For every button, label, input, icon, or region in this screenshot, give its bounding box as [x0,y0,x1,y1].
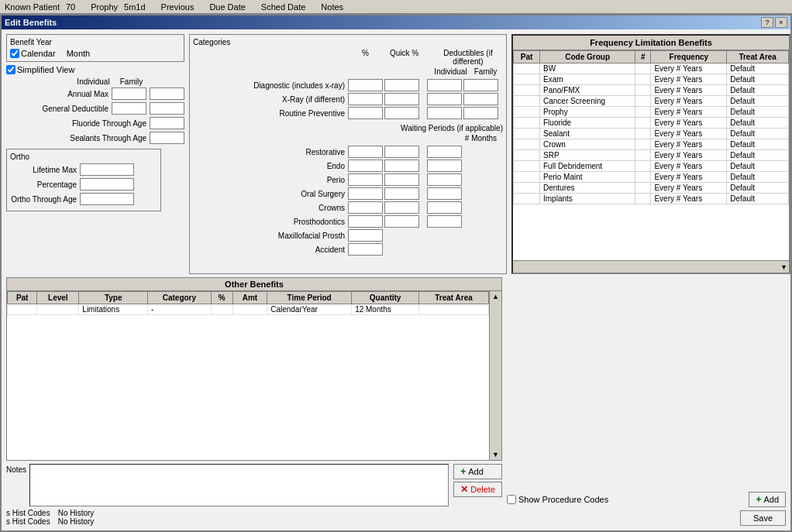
percentage-label: Percentage [10,180,80,189]
diagnostic-fam-ded[interactable] [463,79,498,91]
accident-pct[interactable] [348,243,383,256]
save-button[interactable]: Save [740,510,786,526]
prosthodontics-pct[interactable] [348,215,383,228]
oral-surgery-months[interactable] [427,187,462,200]
oral-surgery-quick-pct[interactable] [384,187,419,200]
routine-preventive-label: Routine Preventive [193,109,348,118]
close-button[interactable]: × [775,17,787,28]
maxillofacial-pct[interactable] [348,229,383,242]
freq-row-frequency: Every # Years [651,139,727,150]
lifetime-max-input[interactable] [80,163,134,176]
notes-textarea[interactable] [29,464,449,506]
table-row[interactable]: Cancer Screening Every # Years Default [514,96,789,107]
table-row[interactable]: Limitations - CalendarYear 12 Months [8,304,489,315]
routine-prev-quick-pct[interactable] [384,107,419,119]
general-deductible-individual[interactable] [112,102,146,115]
table-row[interactable]: SRP Every # Years Default [514,150,789,161]
annual-max-label: Annual Max [6,90,112,98]
endo-months[interactable] [427,160,462,172]
freq-row-treat-area: Default [727,74,789,85]
xray-ind-ded[interactable] [427,93,462,105]
routine-prev-fam-ded[interactable] [463,107,498,119]
annual-max-individual[interactable] [112,88,146,100]
ortho-through-age-input[interactable] [80,193,134,205]
restorative-pct[interactable] [348,146,383,158]
sealants-through-age-input[interactable] [150,132,184,144]
calendar-label: Calendar [21,49,56,58]
table-row[interactable]: Pano/FMX Every # Years Default [514,85,789,96]
diagnostic-quick-pct[interactable] [384,79,419,91]
crowns-months[interactable] [427,201,462,214]
annual-max-family[interactable] [150,88,184,100]
table-row[interactable]: Perio Maint Every # Years Default [514,172,789,183]
family-ded-header: Family [468,67,503,76]
general-deductible-family[interactable] [150,102,184,115]
crowns-label: Crowns [193,204,348,212]
routine-prev-ind-ded[interactable] [427,107,462,119]
perio-quick-pct[interactable] [384,173,419,186]
table-row[interactable]: BW Every # Years Default [514,63,789,74]
table-row[interactable]: Fluoride Every # Years Default [514,118,789,129]
diagnostic-pct[interactable] [348,79,383,91]
prosthodontics-label: Prosthodontics [193,218,348,226]
maxillofacial-label: Maxillofacial Prosth [193,232,348,240]
percentage-input[interactable] [80,178,134,190]
freq-row-pat [514,118,540,129]
freq-row-code-group: BW [540,63,635,74]
ob-col-type: Type [79,292,148,304]
hist-codes-1-label: s Hist Codes [6,509,50,517]
freq-row-pat [514,129,540,139]
freq-row-code-group: Perio Maint [540,172,635,183]
crowns-quick-pct[interactable] [384,201,419,214]
freq-row-treat-area: Default [727,107,789,118]
endo-pct[interactable] [348,160,383,172]
table-row[interactable]: Crown Every # Years Default [514,139,789,150]
xray-fam-ded[interactable] [463,93,498,105]
table-row[interactable]: Full Debridement Every # Years Default [514,161,789,172]
freq-row-pat [514,85,540,96]
perio-label: Perio [193,176,348,184]
table-row[interactable]: Prophy Every # Years Default [514,107,789,118]
help-button[interactable]: ? [761,17,773,28]
oral-surgery-pct[interactable] [348,187,383,200]
previous-label: Previous [161,2,195,12]
freq-row-code-group: Prophy [540,107,635,118]
age-value: 70 [66,2,75,12]
benefit-year-label: Benefit Year [10,38,181,46]
routine-prev-pct[interactable] [348,107,383,119]
show-procedure-codes-checkbox[interactable] [507,495,516,504]
freq-row-code-group: Crown [540,139,635,150]
add-other-benefit-button[interactable]: + Add [453,464,502,479]
calendar-checkbox[interactable] [10,49,19,58]
xray-pct[interactable] [348,93,383,105]
table-row[interactable]: Implants Every # Years Default [514,194,789,204]
diagnostic-ind-ded[interactable] [427,79,462,91]
endo-quick-pct[interactable] [384,160,419,172]
freq-row-num [635,129,651,139]
restorative-months[interactable] [427,146,462,158]
table-row[interactable]: Dentures Every # Years Default [514,183,789,194]
xray-quick-pct[interactable] [384,93,419,105]
perio-pct[interactable] [348,173,383,186]
table-row[interactable]: Exam Every # Years Default [514,74,789,85]
crowns-pct[interactable] [348,201,383,214]
prosthodontics-months[interactable] [427,215,462,228]
freq-row-num [635,118,651,129]
show-procedure-codes-label[interactable]: Show Procedure Codes [507,495,608,504]
freq-row-treat-area: Default [727,63,789,74]
calendar-checkbox-label[interactable]: Calendar [10,49,56,58]
simplified-view-checkbox-label[interactable]: Simplified View [6,65,184,74]
fluoride-through-age-label: Fluoride Through Age [6,119,150,128]
delete-other-benefit-button[interactable]: ✕ Delete [453,482,502,497]
other-benefits-title: Other Benefits [7,278,501,291]
perio-months[interactable] [427,173,462,186]
prosthodontics-quick-pct[interactable] [384,215,419,228]
fluoride-through-age-input[interactable] [150,117,184,129]
simplified-view-checkbox[interactable] [6,65,15,74]
add-freq-benefit-button[interactable]: + Add [749,492,786,507]
restorative-quick-pct[interactable] [384,146,419,158]
freq-row-pat [514,161,540,172]
table-row[interactable]: Sealant Every # Years Default [514,129,789,139]
freq-row-code-group: Sealant [540,129,635,139]
freq-row-treat-area: Default [727,85,789,96]
